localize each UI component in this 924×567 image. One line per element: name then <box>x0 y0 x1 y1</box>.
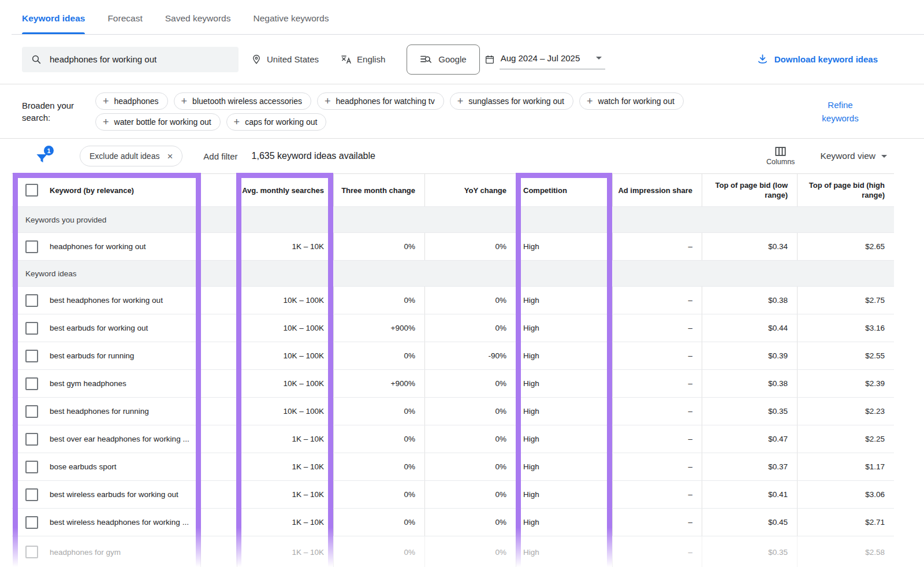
row-checkbox[interactable] <box>25 488 38 501</box>
select-all-checkbox[interactable] <box>25 184 38 197</box>
filter-count-badge: 1 <box>44 146 54 155</box>
columns-label: Columns <box>766 158 795 166</box>
row-checkbox[interactable] <box>25 433 38 446</box>
broaden-chip[interactable]: + headphones for watching tv <box>317 92 444 110</box>
chevron-down-icon <box>596 57 602 60</box>
tab-forecast[interactable]: Forecast <box>107 13 142 34</box>
row-checkbox[interactable] <box>25 350 38 362</box>
top-of-page-bid-high-cell: $3.06 <box>797 481 894 508</box>
keyword-view-label: Keyword view <box>820 151 875 161</box>
keyword-table: Keyword (by relevance) Avg. monthly sear… <box>12 173 894 567</box>
top-of-page-bid-high-cell: $2.55 <box>797 342 894 369</box>
broaden-chip[interactable]: + water bottle for working out <box>95 113 221 131</box>
download-icon <box>757 53 769 65</box>
table-section-row: Keywords you provided <box>12 207 894 233</box>
ad-impression-share-cell: – <box>612 314 702 342</box>
broaden-chip[interactable]: + watch for working out <box>579 92 684 110</box>
competition-cell: High <box>516 481 612 508</box>
top-of-page-bid-low-cell: $0.34 <box>702 233 797 260</box>
table-row: best headphones for running 10K – 100K 0… <box>12 398 894 425</box>
tab-saved-keywords[interactable]: Saved keywords <box>165 13 231 34</box>
broaden-chip[interactable]: + sunglasses for working out <box>450 92 573 110</box>
top-of-page-bid-high-cell: $2.23 <box>797 398 894 425</box>
broaden-chips-row-1: + headphones + bluetooth wireless access… <box>95 92 684 110</box>
close-icon[interactable]: × <box>167 151 173 161</box>
download-label: Download keyword ideas <box>774 54 878 64</box>
spacer-cell <box>200 342 237 369</box>
columns-button[interactable]: Columns <box>766 146 795 166</box>
row-checkbox[interactable] <box>25 294 38 307</box>
calendar-icon <box>485 54 495 65</box>
broaden-chip-label: headphones for watching tv <box>336 97 435 106</box>
avg-monthly-searches-cell: 1K – 10K <box>237 453 333 480</box>
refine-keywords-button[interactable]: Refine keywords <box>814 98 866 125</box>
row-checkbox[interactable] <box>25 322 38 335</box>
avg-monthly-searches-cell: 1K – 10K <box>237 536 333 567</box>
header-competition: Competition <box>516 174 612 206</box>
broaden-chip[interactable]: + headphones <box>95 92 168 110</box>
spacer-cell <box>200 233 237 260</box>
broaden-chip-label: watch for working out <box>598 97 675 106</box>
search-input[interactable] <box>49 54 229 65</box>
competition-cell: High <box>516 287 612 314</box>
keyword-cell: headphones for working out <box>50 242 146 251</box>
broaden-chip-label: caps for working out <box>245 117 317 127</box>
search-box <box>22 47 239 72</box>
top-of-page-bid-low-cell: $0.35 <box>702 536 797 567</box>
download-keyword-ideas-button[interactable]: Download keyword ideas <box>757 53 878 65</box>
top-of-page-bid-high-cell: $3.16 <box>797 314 894 342</box>
table-row: best wireless earbuds for working out 1K… <box>12 481 894 509</box>
date-range-selector[interactable]: Aug 2024 – Jul 2025 <box>485 50 606 69</box>
yoy-change-cell: -90% <box>424 342 516 369</box>
row-checkbox[interactable] <box>25 516 38 529</box>
yoy-change-cell: 0% <box>424 314 516 342</box>
avg-monthly-searches-cell: 10K – 100K <box>237 342 333 369</box>
keyword-cell: best wireless earbuds for working out <box>50 490 178 499</box>
yoy-change-cell: 0% <box>424 481 516 508</box>
avg-monthly-searches-cell: 1K – 10K <box>237 509 333 536</box>
top-of-page-bid-low-cell: $0.39 <box>702 342 797 369</box>
add-filter-button[interactable]: Add filter <box>203 151 237 161</box>
tab-negative-keywords[interactable]: Negative keywords <box>253 13 329 34</box>
row-checkbox[interactable] <box>25 377 38 390</box>
header-avg-monthly-searches: Avg. monthly searches <box>237 174 333 206</box>
language-selector[interactable]: English <box>341 54 385 65</box>
table-row: best headphones for working out 10K – 10… <box>12 287 894 314</box>
avg-monthly-searches-cell: 1K – 10K <box>237 425 333 453</box>
table-row: headphones for working out 1K – 10K 0% 0… <box>12 233 894 261</box>
filter-funnel-button[interactable]: 1 <box>35 146 52 166</box>
broaden-chip[interactable]: + bluetooth wireless accessories <box>174 92 311 110</box>
translate-icon <box>341 54 352 65</box>
spacer-cell <box>200 453 237 480</box>
row-checkbox[interactable] <box>25 461 38 473</box>
header-ad-impression-share: Ad impression share <box>612 174 702 206</box>
date-range-value-wrapper: Aug 2024 – Jul 2025 <box>500 50 606 69</box>
plus-icon: + <box>181 96 188 106</box>
location-selector[interactable]: United States <box>251 54 319 65</box>
avg-monthly-searches-cell: 10K – 100K <box>237 314 333 342</box>
row-checkbox[interactable] <box>25 240 38 253</box>
avg-monthly-searches-cell: 10K – 100K <box>237 287 333 314</box>
header-keyword: Keyword (by relevance) <box>50 186 134 195</box>
language-label: English <box>357 54 385 64</box>
three-month-change-cell: 0% <box>333 398 424 425</box>
spacer-cell <box>200 509 237 536</box>
keyword-cell: bose earbuds sport <box>50 462 117 471</box>
top-of-page-bid-low-cell: $0.47 <box>702 425 797 453</box>
table-section-row: Keyword ideas <box>12 261 894 287</box>
filter-bar: 1 Exclude adult ideas × Add filter 1,635… <box>0 139 924 173</box>
exclude-adult-ideas-chip[interactable]: Exclude adult ideas × <box>80 146 182 166</box>
keyword-cell: best earbuds for running <box>50 351 134 360</box>
top-of-page-bid-low-cell: $0.37 <box>702 453 797 480</box>
table-row: best over ear headphones for working ...… <box>12 425 894 453</box>
location-label: United States <box>267 54 319 64</box>
tab-keyword-ideas[interactable]: Keyword ideas <box>22 13 85 34</box>
row-checkbox[interactable] <box>25 405 38 418</box>
network-selector[interactable]: Google <box>407 45 479 75</box>
keyword-view-dropdown[interactable]: Keyword view <box>820 151 887 161</box>
yoy-change-cell: 0% <box>424 453 516 480</box>
row-checkbox[interactable] <box>25 546 38 558</box>
broaden-chip[interactable]: + caps for working out <box>226 113 327 131</box>
header-top-of-page-bid-high: Top of page bid (high range) <box>797 174 894 206</box>
tab-bar: Keyword ideas Forecast Saved keywords Ne… <box>12 0 924 35</box>
